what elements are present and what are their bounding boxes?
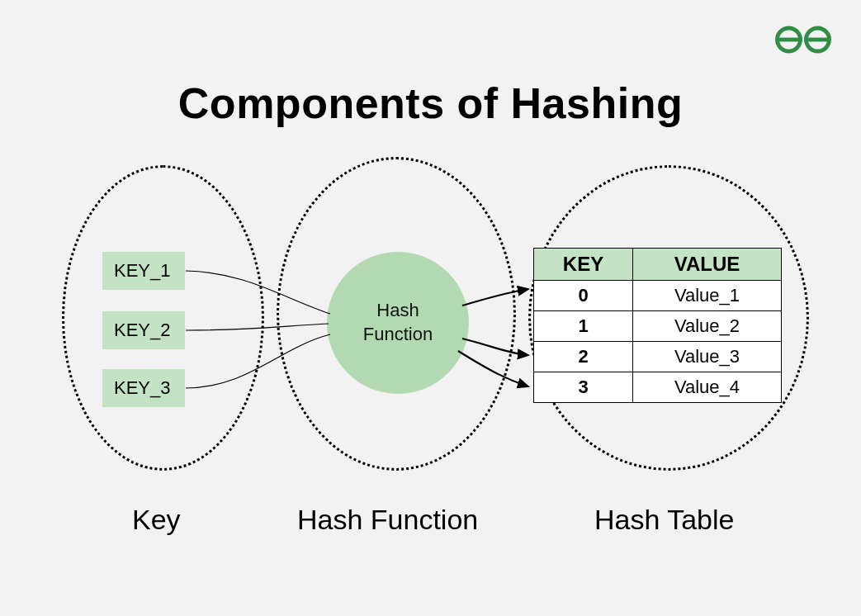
section-label-hash-table: Hash Table [594,504,735,536]
diagram-canvas: KEY_1 KEY_2 KEY_3 Hash Function KEY VALU… [0,157,861,504]
hash-table-cell-key: 1 [534,311,633,342]
hash-table-cell-value: Value_4 [633,372,782,403]
diagram-title: Components of Hashing [0,78,861,128]
key-box-2: KEY_2 [102,311,185,349]
table-row: 1 Value_2 [534,311,782,342]
hash-table-header-key: KEY [534,249,633,281]
hash-table-cell-value: Value_3 [633,342,782,372]
hash-table-cell-key: 3 [534,372,633,403]
section-label-hash-function: Hash Function [297,504,478,536]
hash-table: KEY VALUE 0 Value_1 1 Value_2 2 Value_3 … [533,248,782,403]
hash-table-cell-key: 0 [534,281,633,311]
hash-table-header-value: VALUE [633,249,782,281]
hash-table-header-row: KEY VALUE [534,249,782,281]
table-row: 3 Value_4 [534,372,782,403]
geeksforgeeks-logo-icon [774,23,832,56]
hash-table-cell-key: 2 [534,342,633,372]
section-label-key: Key [132,504,181,536]
hash-table-cell-value: Value_1 [633,281,782,311]
hash-function-circle: Hash Function [327,252,469,394]
key-box-1: KEY_1 [102,252,185,290]
hash-table-cell-value: Value_2 [633,311,782,342]
key-box-3: KEY_3 [102,369,185,407]
hash-function-circle-text: Hash Function [363,299,433,346]
table-row: 2 Value_3 [534,342,782,372]
table-row: 0 Value_1 [534,281,782,311]
